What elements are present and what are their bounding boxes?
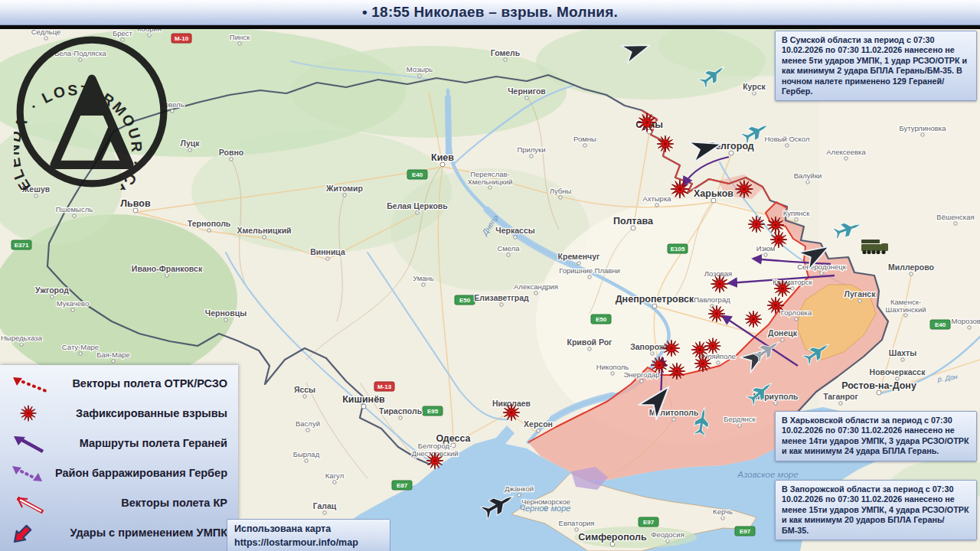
city-dot — [839, 402, 842, 405]
city-label: Бердянск — [724, 415, 756, 423]
city-label: Ростов-на-Дону — [841, 380, 916, 391]
legend-label: Маршруты полета Гераней — [54, 437, 227, 449]
city-dot — [791, 287, 794, 290]
road-badge: E97 — [639, 517, 658, 527]
map-legend: Векторы полета ОТРК/РСЗО Зафиксированные… — [0, 365, 238, 551]
legend-label: Зафиксированные взрывы — [54, 407, 227, 419]
city-label: Евпатория — [559, 519, 595, 527]
city-label: Кишинёв — [342, 394, 385, 405]
city-dot — [588, 347, 591, 350]
city-dot — [844, 157, 848, 160]
city-dot — [666, 540, 669, 543]
city-dot — [20, 343, 23, 346]
city-label: Энергодар — [623, 370, 659, 379]
attribution-url[interactable]: https://lostarmour.info/map — [234, 536, 383, 549]
city-dot — [738, 424, 741, 427]
water-label: Черное море — [520, 504, 571, 513]
city-dot — [71, 308, 74, 311]
city-label: Сату-Маре — [62, 343, 99, 351]
svg-text:E50: E50 — [596, 316, 607, 323]
legend-row-kr: Векторы полета КР — [0, 487, 238, 517]
city-label: Васлуй — [296, 419, 320, 428]
city-dot — [224, 318, 227, 321]
city-label: Таганрог — [823, 392, 858, 401]
city-dot — [51, 295, 54, 298]
city-dot — [655, 204, 658, 207]
legend-label: Район барражирования Гербер — [54, 467, 227, 479]
legend-label: Векторы полета КР — [54, 497, 227, 509]
purple-arrow-icon — [6, 432, 54, 455]
city-label: Ныредьхаза — [1, 334, 43, 342]
city-label: Донецк — [768, 328, 798, 337]
city-label: Черновцы — [205, 308, 247, 318]
city-dot — [507, 253, 510, 256]
city-label: Прилуки — [517, 145, 545, 154]
city-dot — [795, 318, 798, 321]
city-label: Кременчуг — [558, 252, 600, 261]
city-label: Харьков — [694, 188, 733, 199]
road-badge: E95 — [423, 406, 443, 416]
legend-row-umpk: Удары с применением УМПК — [0, 517, 238, 547]
city-dot — [651, 352, 654, 355]
road-badge: E87 — [392, 481, 412, 490]
legend-row-gerber: Район барражирования Гербер — [0, 458, 238, 487]
city-label: Луцк — [181, 139, 201, 148]
city-label: Феодосия — [651, 530, 684, 539]
city-label: Умань — [413, 274, 434, 282]
svg-text:E40: E40 — [412, 171, 423, 178]
city-dot — [418, 74, 421, 77]
city-dot — [518, 494, 521, 497]
city-dot — [514, 236, 517, 239]
city-label: Елизаветград — [474, 293, 529, 302]
city-dot — [422, 283, 425, 286]
attribution-caption: Использована карта — [234, 522, 383, 536]
city-label: Мукачево — [57, 299, 90, 308]
city-dot — [806, 181, 809, 184]
city-dot — [326, 257, 329, 260]
city-dot — [73, 214, 76, 217]
city-label: Черкассы — [495, 226, 534, 235]
city-label: Вёшенская — [936, 213, 974, 221]
news-ticker-bar: • 18:55 Николаев – взрыв. Молния. — [0, 0, 980, 25]
city-label: Чернигов — [508, 86, 546, 96]
city-dot — [399, 416, 402, 419]
city-label: Белая Церковь — [387, 201, 448, 210]
city-label: Гомель — [491, 48, 521, 57]
city-label: Шахтинский — [885, 305, 926, 314]
svg-text:М-13: М-13 — [377, 383, 392, 390]
city-dot — [640, 380, 643, 383]
city-dot — [721, 517, 724, 520]
city-label: Алексеевка — [826, 148, 866, 156]
city-dot — [559, 196, 562, 199]
info-box-zaporizhzhia: В Запорожской области за период с 07:30 … — [775, 480, 977, 540]
city-dot — [588, 276, 591, 279]
road-badge: E105 — [668, 244, 688, 253]
city-label: Миллерово — [888, 262, 934, 272]
city-label: Мозырь — [407, 65, 433, 73]
road-badge: E40 — [407, 170, 427, 179]
city-dot — [672, 418, 675, 421]
city-dot — [910, 272, 913, 276]
city-label: Луганск — [844, 289, 877, 298]
city-dot — [575, 528, 578, 531]
svg-text:E50: E50 — [459, 297, 471, 304]
red-bold-arrow-icon — [6, 520, 54, 546]
ticker-text: • 18:55 Николаев – взрыв. Молния. — [362, 4, 618, 21]
map-attribution: Использована карта https://lostarmour.in… — [227, 519, 390, 551]
city-label: Курск — [743, 82, 766, 91]
city-label: Никополь — [596, 363, 629, 371]
svg-text:E371: E371 — [15, 242, 29, 249]
city-label: Галац — [313, 501, 337, 510]
city-label: Хмельницкий — [467, 178, 512, 186]
city-dot — [753, 92, 756, 95]
red-outline-arrow-icon — [6, 491, 54, 514]
road-badge: М-13 — [374, 382, 394, 391]
water-label: Азовское море — [737, 470, 798, 479]
road-badge: М-10 — [172, 34, 191, 43]
city-dot — [263, 236, 266, 239]
city-dot — [577, 262, 580, 265]
city-dot — [305, 459, 308, 462]
city-label: Изюм — [756, 244, 776, 253]
city-dot — [230, 158, 233, 161]
city-label: Джанкой — [505, 484, 534, 493]
